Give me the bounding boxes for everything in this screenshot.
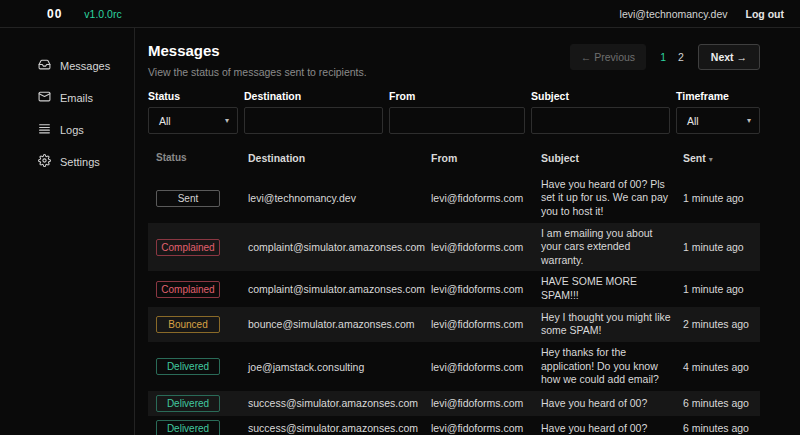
- subject-cell: Hey thanks for the application! Do you k…: [541, 346, 683, 387]
- sidebar: Messages Emails Logs Settings: [0, 28, 135, 435]
- next-page-button[interactable]: Next →: [698, 44, 760, 70]
- table-row: Delivered success@simulator.amazonses.co…: [148, 391, 760, 416]
- status-cell: Delivered: [156, 358, 248, 375]
- filters-bar: Status All ▾ Destination From Subject Ti…: [148, 90, 760, 134]
- subject-filter-label: Subject: [531, 90, 670, 102]
- sent-cell: 6 minutes ago: [683, 397, 760, 409]
- page-subtitle: View the status of messages sent to reci…: [148, 66, 367, 78]
- destination-cell: joe@jamstack.consulting: [248, 361, 431, 373]
- sidebar-item-label: Emails: [60, 92, 93, 104]
- destination-input[interactable]: [244, 107, 383, 134]
- sidebar-item-label: Settings: [60, 156, 100, 168]
- topbar: 00 v1.0.0rc levi@technomancy.dev Log out: [0, 0, 800, 28]
- chevron-down-icon: ▾: [225, 116, 229, 125]
- table-row: Bounced bounce@simulator.amazonses.com l…: [148, 307, 760, 342]
- inbox-icon: [38, 58, 51, 73]
- status-cell: Complained: [156, 239, 248, 256]
- destination-cell: complaint@simulator.amazonses.com: [248, 241, 431, 253]
- from-cell: levi@fidoforms.com: [431, 241, 541, 253]
- messages-table: Status Destination From Subject Sent▾ Se…: [148, 150, 760, 435]
- from-cell: levi@fidoforms.com: [431, 192, 541, 204]
- destination-cell: success@simulator.amazonses.com: [248, 397, 431, 409]
- from-cell: levi@fidoforms.com: [431, 283, 541, 295]
- previous-page-button[interactable]: ← Previous: [570, 44, 646, 70]
- status-badge: Delivered: [156, 395, 220, 412]
- timeframe-select-value: All: [687, 115, 699, 127]
- table-body: Sent levi@technomancy.dev levi@fidoforms…: [148, 174, 760, 435]
- destination-filter-label: Destination: [244, 90, 383, 102]
- sent-cell: 1 minute ago: [683, 283, 760, 295]
- subject-cell: HAVE SOME MORE SPAM!!!: [541, 275, 683, 302]
- sidebar-item-emails[interactable]: Emails: [38, 90, 134, 105]
- status-badge: Sent: [156, 190, 220, 207]
- chevron-down-icon: ▾: [747, 116, 751, 125]
- table-row: Delivered success@simulator.amazonses.co…: [148, 416, 760, 435]
- envelope-icon: [38, 90, 51, 105]
- status-badge: Delivered: [156, 358, 220, 375]
- version-label: v1.0.0rc: [84, 8, 121, 20]
- sidebar-item-settings[interactable]: Settings: [38, 154, 134, 169]
- app-logo: 00: [47, 7, 62, 21]
- status-badge: Delivered: [156, 420, 220, 435]
- table-row: Sent levi@technomancy.dev levi@fidoforms…: [148, 174, 760, 223]
- status-cell: Delivered: [156, 395, 248, 412]
- table-row: Complained complaint@simulator.amazonses…: [148, 223, 760, 272]
- from-cell: levi@fidoforms.com: [431, 397, 541, 409]
- sent-cell: 1 minute ago: [683, 192, 760, 204]
- page-number-2[interactable]: 2: [678, 51, 684, 63]
- destination-cell: bounce@simulator.amazonses.com: [248, 318, 431, 330]
- page-number-1[interactable]: 1: [660, 51, 666, 63]
- timeframe-filter-label: Timeframe: [676, 90, 760, 102]
- from-cell: levi@fidoforms.com: [431, 361, 541, 373]
- status-cell: Bounced: [156, 316, 248, 333]
- logs-icon: [38, 122, 51, 137]
- column-header-sent[interactable]: Sent▾: [683, 152, 760, 166]
- logout-button[interactable]: Log out: [746, 8, 784, 20]
- status-select-value: All: [159, 115, 171, 127]
- column-header-destination: Destination: [248, 152, 431, 166]
- user-email: levi@technomancy.dev: [620, 8, 728, 20]
- timeframe-select[interactable]: All ▾: [676, 107, 760, 134]
- subject-cell: Have you heard of 00?: [541, 397, 683, 411]
- sent-cell: 2 minutes ago: [683, 318, 760, 330]
- subject-input[interactable]: [531, 107, 670, 134]
- destination-cell: success@simulator.amazonses.com: [248, 422, 431, 434]
- status-filter-label: Status: [148, 90, 238, 102]
- column-header-from: From: [431, 152, 541, 166]
- status-cell: Complained: [156, 281, 248, 298]
- sidebar-item-label: Messages: [60, 60, 110, 72]
- status-badge: Complained: [156, 281, 220, 298]
- destination-cell: complaint@simulator.amazonses.com: [248, 283, 431, 295]
- status-cell: Sent: [156, 190, 248, 207]
- gear-icon: [38, 154, 51, 169]
- sidebar-item-label: Logs: [60, 124, 84, 136]
- page-title: Messages: [148, 42, 367, 59]
- sent-cell: 1 minute ago: [683, 241, 760, 253]
- from-input[interactable]: [389, 107, 525, 134]
- sent-cell: 6 minutes ago: [683, 422, 760, 434]
- sidebar-item-messages[interactable]: Messages: [38, 58, 134, 73]
- table-row: Complained complaint@simulator.amazonses…: [148, 271, 760, 306]
- table-header: Status Destination From Subject Sent▾: [148, 150, 760, 174]
- destination-cell: levi@technomancy.dev: [248, 192, 431, 204]
- main-content: Messages View the status of messages sen…: [135, 28, 800, 435]
- from-filter-label: From: [389, 90, 525, 102]
- column-header-status: Status: [156, 152, 248, 166]
- status-select[interactable]: All ▾: [148, 107, 238, 134]
- subject-cell: Have you heard of 00?: [541, 422, 683, 435]
- status-cell: Delivered: [156, 420, 248, 435]
- sidebar-item-logs[interactable]: Logs: [38, 122, 134, 137]
- from-cell: levi@fidoforms.com: [431, 422, 541, 434]
- table-row: Delivered joe@jamstack.consulting levi@f…: [148, 342, 760, 391]
- subject-cell: Have you heard of 00? Pls set it up for …: [541, 178, 683, 219]
- status-badge: Complained: [156, 239, 220, 256]
- from-cell: levi@fidoforms.com: [431, 318, 541, 330]
- column-header-subject: Subject: [541, 152, 683, 166]
- subject-cell: Hey I thought you might like some SPAM!: [541, 311, 683, 338]
- status-badge: Bounced: [156, 316, 220, 333]
- sent-cell: 4 minutes ago: [683, 361, 760, 373]
- sort-desc-icon: ▾: [709, 155, 713, 164]
- subject-cell: I am emailing you about your cars extend…: [541, 227, 683, 268]
- pagination: ← Previous 1 2 Next →: [570, 44, 760, 70]
